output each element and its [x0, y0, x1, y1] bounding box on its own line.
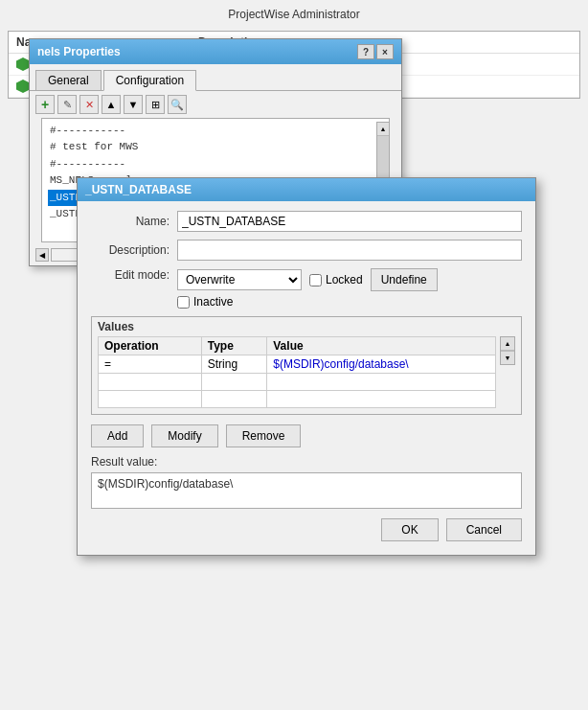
modify-value-button[interactable]: Modify: [151, 424, 217, 447]
nels-tabs: General Configuration: [30, 64, 401, 90]
remove-value-button[interactable]: Remove: [226, 424, 302, 447]
cube-icon: [16, 80, 30, 93]
locked-label: Locked: [326, 273, 363, 286]
grid-button[interactable]: ⊞: [146, 95, 165, 114]
code-line: #-----------: [48, 156, 383, 172]
values-scrollbar: ▲ ▼: [500, 336, 515, 365]
tab-configuration[interactable]: Configuration: [103, 70, 196, 91]
values-title: Values: [92, 317, 521, 336]
nels-dialog-title: nels Properties: [37, 45, 121, 58]
ok-cancel-row: OK Cancel: [91, 518, 522, 545]
ustn-dialog-titlebar: _USTN_DATABASE: [78, 178, 535, 201]
values-table-empty-row: [99, 374, 496, 391]
cancel-button[interactable]: Cancel: [446, 518, 522, 541]
inactive-checkbox[interactable]: [177, 296, 190, 309]
description-label: Description:: [91, 243, 177, 257]
ustn-dialog-body: Name: Description: Edit mode: Overwrite …: [78, 201, 535, 555]
values-scroll-up[interactable]: ▲: [501, 337, 514, 351]
nels-toolbar: + ✎ ✕ ▲ ▼ ⊞ 🔍: [30, 90, 401, 118]
tab-general[interactable]: General: [35, 70, 102, 90]
result-label: Result value:: [91, 455, 522, 469]
values-table-row[interactable]: = String $(MSDIR)config/database\: [99, 355, 496, 374]
scroll-up-arrow[interactable]: ▲: [377, 123, 389, 136]
ustn-database-dialog: _USTN_DATABASE Name: Description: Edit m…: [77, 177, 536, 556]
nels-help-button[interactable]: ?: [357, 44, 374, 59]
operation-cell: =: [99, 355, 202, 374]
action-buttons: Add Modify Remove: [91, 424, 522, 455]
locked-checkbox-row: Locked: [309, 273, 363, 286]
move-down-button[interactable]: ▼: [124, 95, 143, 114]
edit-mode-select[interactable]: Overwrite Append Prepend: [177, 269, 302, 290]
name-row: Name:: [91, 211, 522, 232]
edit-mode-label: Edit mode:: [91, 268, 177, 282]
description-input[interactable]: [177, 240, 522, 261]
add-value-button[interactable]: Add: [91, 424, 144, 447]
result-section: Result value: $(MSDIR)config/database\: [91, 455, 522, 509]
locked-checkbox[interactable]: [309, 274, 322, 286]
description-row: Description:: [91, 240, 522, 261]
nels-close-button[interactable]: ×: [376, 44, 394, 59]
nels-dialog-title-buttons: ? ×: [357, 44, 394, 59]
delete-button[interactable]: ✕: [79, 95, 99, 114]
values-table-container: Operation Type Value = String $(MSDIR)co…: [98, 336, 496, 408]
inactive-label: Inactive: [193, 295, 233, 309]
scroll-left-arrow[interactable]: ◀: [35, 248, 49, 262]
edit-button[interactable]: ✎: [57, 95, 77, 114]
values-outer: Operation Type Value = String $(MSDIR)co…: [92, 336, 521, 414]
ustn-dialog-title: _USTN_DATABASE: [85, 183, 192, 196]
cube-icon: [16, 57, 30, 71]
result-value-box: $(MSDIR)config/database\: [91, 472, 522, 509]
values-table-empty-row: [99, 391, 496, 408]
add-button[interactable]: +: [35, 95, 55, 114]
value-cell: $(MSDIR)config/database\: [267, 355, 496, 374]
name-input[interactable]: [177, 211, 522, 232]
col-value-header: Value: [267, 337, 496, 355]
search-button[interactable]: 🔍: [168, 95, 187, 114]
ok-button[interactable]: OK: [381, 518, 438, 541]
code-line: # test for MWS: [48, 139, 383, 155]
type-cell: String: [201, 355, 267, 374]
code-line: #-----------: [48, 123, 383, 139]
values-table: Operation Type Value = String $(MSDIR)co…: [98, 336, 496, 408]
undefine-button[interactable]: Undefine: [371, 268, 438, 291]
values-section: Values Operation Type Value: [91, 316, 522, 415]
col-type-header: Type: [201, 337, 267, 355]
col-operation-header: Operation: [99, 337, 202, 355]
nels-dialog-titlebar: nels Properties ? ×: [30, 39, 401, 64]
values-scroll-down[interactable]: ▼: [501, 351, 514, 364]
app-title: ProjectWise Administrator: [0, 0, 588, 27]
move-up-button[interactable]: ▲: [102, 95, 121, 114]
name-label: Name:: [91, 215, 177, 228]
inactive-checkbox-row: Inactive: [177, 295, 438, 309]
